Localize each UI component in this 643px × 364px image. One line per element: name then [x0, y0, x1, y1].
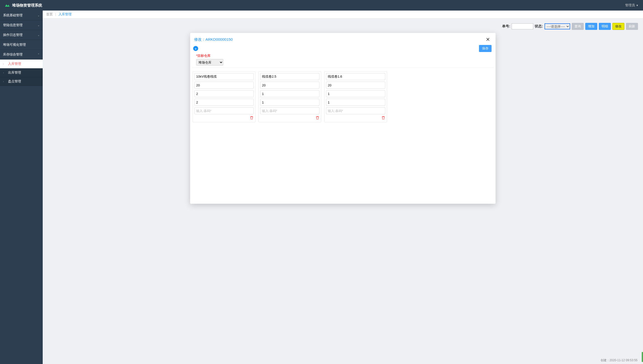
chevron-right-icon: ›	[3, 71, 6, 74]
item-name-input[interactable]	[260, 73, 319, 80]
save-button[interactable]: 保存	[479, 45, 492, 52]
submenu-stock: › 入库管理 › 出库管理 › 盘点管理	[0, 60, 43, 86]
brand: 堆场物资管理系统	[5, 3, 42, 8]
item-card	[193, 71, 255, 122]
close-icon[interactable]: ✕	[484, 36, 492, 43]
caret-down-icon: ▼	[636, 4, 638, 7]
chevron-down-icon: ⌄	[37, 33, 40, 37]
menu-label: 库存综合管理	[3, 52, 23, 57]
item-barcode-input[interactable]	[326, 107, 385, 114]
scroll-indicator[interactable]	[642, 352, 643, 362]
logo-icon	[5, 3, 10, 7]
item-f3-input[interactable]	[260, 90, 319, 97]
item-f4-input[interactable]	[326, 99, 385, 106]
chevron-down-icon: ⌄	[37, 24, 40, 27]
chevron-right-icon: ›	[3, 63, 6, 65]
modal-title: 修改：ARKD00000150	[194, 37, 233, 42]
menu-system-base[interactable]: 系统基础管理 ⌄	[0, 11, 43, 20]
app-title: 堆场物资管理系统	[12, 3, 42, 8]
menu-login-info[interactable]: 登陆信息管理 ⌄	[0, 20, 43, 30]
modal-header: 修改：ARKD00000150 ✕	[190, 33, 496, 45]
menu-label: 堆场可视化管理	[3, 42, 26, 47]
item-f4-input[interactable]	[194, 99, 254, 106]
breadcrumb: 首页 | 入库管理	[43, 11, 643, 18]
breadcrumb-home[interactable]: 首页	[46, 12, 53, 16]
menu-label: 系统基础管理	[3, 13, 23, 18]
topbar: 堆场物资管理系统 管理员 ▼	[0, 0, 643, 11]
item-card	[258, 71, 321, 122]
target-warehouse-select[interactable]: 堆场仓库	[196, 59, 223, 66]
content-area: 单号: 状态: ----请选择---- 查询 增加 明细 修改 刷新 创建：20…	[43, 18, 643, 364]
main: 首页 | 入库管理 单号: 状态: ----请选择---- 查询 增加 明细 修…	[43, 11, 643, 364]
sidebar-item-stocktake[interactable]: › 盘点管理	[0, 77, 43, 86]
submenu-label: 入库管理	[8, 62, 21, 66]
menu-op-log[interactable]: 操作日志管理 ⌄	[0, 30, 43, 40]
item-f4-input[interactable]	[260, 99, 319, 106]
chevron-down-icon: ⌄	[37, 14, 40, 17]
sidebar: 系统基础管理 ⌄ 登陆信息管理 ⌄ 操作日志管理 ⌄ 堆场可视化管理 库存综合管…	[0, 11, 43, 364]
menu-stock-mgmt[interactable]: 库存综合管理 ⌃	[0, 50, 43, 60]
trash-icon[interactable]	[381, 116, 385, 121]
modal-mask: 修改：ARKD00000150 ✕ + 保存 *目标仓库 堆场仓库	[43, 18, 643, 364]
item-barcode-input[interactable]	[260, 107, 319, 114]
sidebar-item-outbound[interactable]: › 出库管理	[0, 68, 43, 77]
user-menu[interactable]: 管理员 ▼	[625, 3, 638, 8]
edit-modal: 修改：ARKD00000150 ✕ + 保存 *目标仓库 堆场仓库	[190, 33, 496, 204]
add-item-button[interactable]: +	[193, 46, 198, 51]
item-f3-input[interactable]	[326, 90, 385, 97]
menu-yard-visual[interactable]: 堆场可视化管理	[0, 40, 43, 50]
target-label: *目标仓库	[196, 54, 492, 58]
item-f3-input[interactable]	[194, 90, 254, 97]
trash-icon[interactable]	[250, 116, 254, 121]
item-f2-input[interactable]	[194, 82, 254, 89]
item-grid	[190, 68, 496, 126]
chevron-right-icon: ›	[3, 80, 6, 83]
sidebar-item-inbound[interactable]: › 入库管理	[0, 60, 43, 68]
target-row: *目标仓库 堆场仓库	[190, 54, 496, 68]
submenu-label: 盘点管理	[8, 79, 21, 84]
item-name-input[interactable]	[326, 73, 385, 80]
breadcrumb-current[interactable]: 入库管理	[59, 12, 72, 16]
chevron-up-icon: ⌃	[37, 53, 40, 56]
item-name-input[interactable]	[194, 73, 254, 80]
trash-icon[interactable]	[315, 116, 319, 121]
item-barcode-input[interactable]	[194, 107, 254, 114]
submenu-label: 出库管理	[8, 70, 21, 75]
menu-label: 操作日志管理	[3, 33, 23, 37]
breadcrumb-sep: |	[55, 12, 56, 16]
item-f2-input[interactable]	[260, 82, 319, 89]
item-card	[324, 71, 387, 122]
user-name: 管理员	[625, 3, 635, 8]
menu-label: 登陆信息管理	[3, 23, 23, 27]
modal-toolbar: + 保存	[190, 45, 496, 54]
item-f2-input[interactable]	[326, 82, 385, 89]
